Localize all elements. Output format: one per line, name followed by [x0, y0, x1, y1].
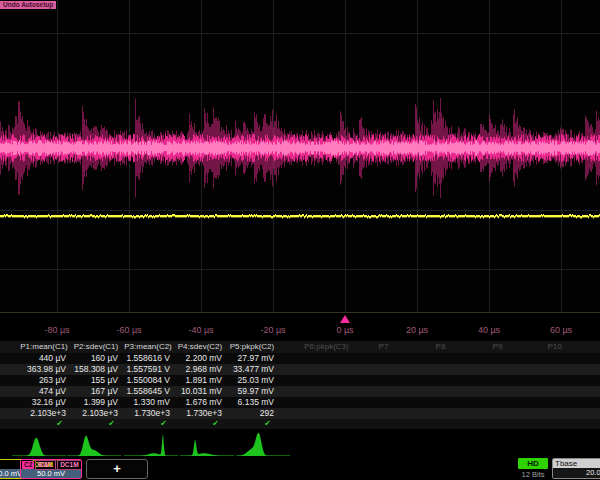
measure-value-cell: 292	[226, 408, 278, 419]
measure-value-cell: 2.103e+3	[70, 408, 122, 419]
measure-value-cell: 32.16 µV	[18, 397, 70, 408]
measure-value-cell: 440 µV	[18, 353, 70, 364]
measure-value-cell: 167 µV	[70, 386, 122, 397]
measure-value-cell: 2.103e+3	[18, 408, 70, 419]
measure-value-cell: 1.550084 V	[122, 375, 174, 386]
measure-column-header-disabled[interactable]: P10	[526, 341, 583, 353]
measure-column-header-disabled[interactable]: P8	[412, 341, 469, 353]
time-axis-label: 20 µs	[406, 325, 428, 335]
measure-value-cell: 2.200 mV	[174, 353, 226, 364]
measure-column-header[interactable]: P1:mean(C1)	[18, 341, 70, 353]
measure-value-cell: 1.399 µV	[70, 397, 122, 408]
add-trace-button[interactable]: +	[86, 459, 148, 479]
measure-status-check: ✔	[122, 419, 174, 429]
measure-column-header-disabled[interactable]: P9	[469, 341, 526, 353]
measure-column-header[interactable]: P2:sdev(C1)	[70, 341, 122, 353]
waveform-grid-area[interactable]: Undo Autosetup	[0, 0, 600, 313]
bottom-bar: DC1M 10.0 mV C2 BWL DC1M 50.0 mV + HD 12…	[0, 458, 600, 480]
measure-histicon[interactable]	[236, 431, 290, 457]
measure-histicon[interactable]	[12, 431, 66, 457]
measure-value-cell: 160 µV	[70, 353, 122, 364]
measure-column-header[interactable]: P5:pkpk(C2)	[226, 341, 278, 353]
plus-icon: +	[113, 461, 121, 476]
measure-column-header-disabled[interactable]: P7	[355, 341, 412, 353]
measure-value-cell: 33.477 mV	[226, 364, 278, 375]
measure-value-cell: 59.97 mV	[226, 386, 278, 397]
timebase-descriptor[interactable]: Tbase 20.0 µs/div	[552, 458, 600, 479]
hd-bits-label: 12 Bits	[512, 470, 554, 479]
trigger-position-marker[interactable]	[340, 315, 350, 323]
oscilloscope-screen: Undo Autosetup -100 µs-80 µs-60 µs-40 µs…	[0, 0, 600, 480]
time-axis-label: -20 µs	[260, 325, 285, 335]
undo-autosetup-badge[interactable]: Undo Autosetup	[0, 1, 56, 9]
measurement-table: P1:mean(C1)P2:sdev(C1)P3:mean(C2)P4:sdev…	[0, 341, 600, 429]
measure-value-cell: 1.558616 V	[122, 353, 174, 364]
measure-column-header-disabled[interactable]: P6:pkpk(C3)	[298, 341, 355, 353]
measure-value-cell: 363.98 µV	[18, 364, 70, 375]
timebase-label: Tbase	[553, 459, 600, 468]
time-axis: -100 µs-80 µs-60 µs-40 µs-20 µs0 µs20 µs…	[0, 313, 600, 341]
measure-value-cell: 1.730e+3	[174, 408, 226, 419]
measure-value-cell: 1.891 mV	[174, 375, 226, 386]
measure-value-cell: 158.308 µV	[70, 364, 122, 375]
measure-value-cell: 1.557591 V	[122, 364, 174, 375]
c2-volts-per-div: 50.0 mV	[21, 469, 81, 478]
c2-channel-badge: C2	[22, 461, 34, 469]
timebase-value: 20.0 µs/div	[553, 468, 600, 478]
measure-value-cell: 1.330 mV	[122, 397, 174, 408]
measure-value-cell: 263 µV	[18, 375, 70, 386]
measure-value-cell: 1.730e+3	[122, 408, 174, 419]
time-axis-label: -80 µs	[44, 325, 69, 335]
measure-histicon[interactable]	[180, 431, 234, 457]
measure-histicon[interactable]	[124, 431, 178, 457]
measure-status-check: ✔	[174, 419, 226, 429]
time-axis-label: 40 µs	[478, 325, 500, 335]
measure-value-cell: 1.558645 V	[122, 386, 174, 397]
measure-status-check: ✔	[226, 419, 278, 429]
measure-status-check: ✔	[18, 419, 70, 429]
measure-column-header-disabled[interactable]: P11	[583, 341, 600, 353]
measure-value-cell: 474 µV	[18, 386, 70, 397]
time-axis-label: -40 µs	[188, 325, 213, 335]
hd-mode-badge[interactable]: HD	[518, 458, 548, 469]
measure-column-header[interactable]: P4:sdev(C2)	[174, 341, 226, 353]
time-axis-label: 0 µs	[336, 325, 353, 335]
measure-value-cell: 25.03 mV	[226, 375, 278, 386]
channel-c2-descriptor[interactable]: C2 BWL DC1M 50.0 mV	[20, 459, 82, 479]
waveform-canvas[interactable]	[0, 0, 600, 313]
measure-value-cell: 27.97 mV	[226, 353, 278, 364]
measure-histicon[interactable]	[67, 431, 121, 457]
measure-value-cell: 1.676 mV	[174, 397, 226, 408]
measure-value-cell: 155 µV	[70, 375, 122, 386]
measure-value-cell: 10.031 mV	[174, 386, 226, 397]
c2-bwl-badge: BWL	[35, 460, 56, 470]
measure-status-check: ✔	[70, 419, 122, 429]
time-axis-label: -60 µs	[116, 325, 141, 335]
measure-value-cell: 2.968 mV	[174, 364, 226, 375]
time-axis-label: 60 µs	[550, 325, 572, 335]
measurement-histicons	[0, 430, 600, 458]
c2-coupling-badge: DC1M	[57, 460, 81, 470]
measure-column-header[interactable]: P3:mean(C2)	[122, 341, 174, 353]
measure-value-cell: 6.135 mV	[226, 397, 278, 408]
